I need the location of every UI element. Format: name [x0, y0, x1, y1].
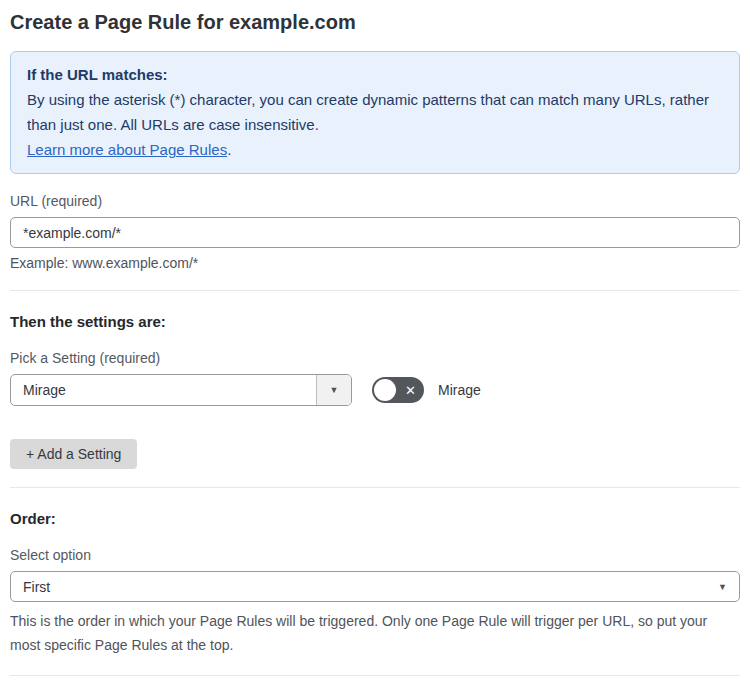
page-title: Create a Page Rule for example.com [10, 8, 740, 36]
create-page-rule-form: Create a Page Rule for example.com If th… [0, 0, 750, 684]
select-option-label: Select option [10, 547, 740, 564]
url-example-helper: Example: www.example.com/* [10, 255, 740, 272]
toggle-knob [374, 379, 396, 401]
info-box-body: By using the asterisk (*) character, you… [27, 87, 723, 137]
setting-row: Mirage ▼ ✕ Mirage [10, 374, 740, 406]
order-helper-text: This is the order in which your Page Rul… [10, 609, 730, 657]
info-box-link-line: Learn more about Page Rules. [27, 137, 723, 162]
link-suffix: . [227, 141, 231, 158]
order-section-heading: Order: [10, 510, 740, 528]
divider [10, 290, 740, 291]
divider [10, 675, 740, 676]
setting-dropdown-arrow-button[interactable]: ▼ [316, 375, 351, 405]
chevron-down-icon: ▼ [330, 385, 339, 395]
select-arrow-icon: ▼ [718, 582, 727, 592]
url-input[interactable] [10, 217, 740, 248]
learn-more-link[interactable]: Learn more about Page Rules [27, 141, 227, 158]
setting-dropdown[interactable]: Mirage ▼ [10, 374, 352, 406]
divider [10, 487, 740, 488]
add-setting-button[interactable]: + Add a Setting [10, 439, 137, 469]
order-select-value: First [23, 579, 718, 595]
info-box-heading: If the URL matches: [27, 62, 723, 87]
order-select[interactable]: First ▼ [10, 571, 740, 602]
url-matches-info-box: If the URL matches: By using the asteris… [10, 51, 740, 174]
settings-section-heading: Then the settings are: [10, 313, 740, 331]
toggle-label: Mirage [438, 382, 481, 398]
url-field-label: URL (required) [10, 193, 740, 210]
toggle-off-x-icon: ✕ [405, 384, 416, 397]
mirage-toggle[interactable]: ✕ [372, 377, 424, 403]
setting-dropdown-value: Mirage [11, 375, 316, 405]
pick-setting-label: Pick a Setting (required) [10, 350, 740, 367]
